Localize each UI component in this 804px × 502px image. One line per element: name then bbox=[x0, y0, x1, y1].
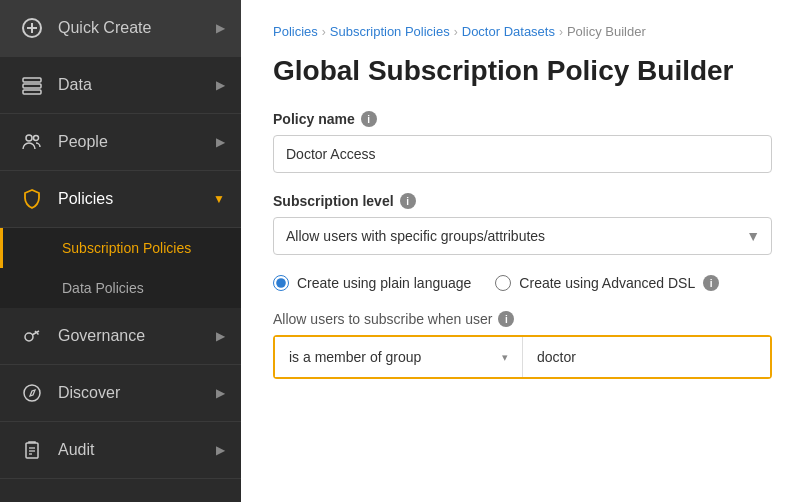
condition-type-arrow-icon: ▾ bbox=[502, 351, 508, 364]
condition-value-input[interactable] bbox=[523, 337, 770, 377]
breadcrumb-subscription-policies[interactable]: Subscription Policies bbox=[330, 24, 450, 39]
condition-label-text: Allow users to subscribe when user bbox=[273, 311, 492, 327]
page-title: Global Subscription Policy Builder bbox=[273, 55, 772, 87]
main-content: Policies › Subscription Policies › Docto… bbox=[241, 0, 804, 502]
breadcrumb-sep-2: › bbox=[454, 25, 458, 39]
breadcrumb-sep-1: › bbox=[322, 25, 326, 39]
breadcrumb-policy-builder: Policy Builder bbox=[567, 24, 646, 39]
advanced-dsl-info-icon[interactable]: i bbox=[703, 275, 719, 291]
sidebar-item-people[interactable]: People ▶ bbox=[0, 114, 241, 171]
chevron-right-icon: ▶ bbox=[216, 135, 225, 149]
chevron-right-icon: ▶ bbox=[216, 21, 225, 35]
people-icon bbox=[20, 130, 44, 154]
sidebar-item-label: Data bbox=[58, 76, 92, 94]
sidebar-item-label: Quick Create bbox=[58, 19, 151, 37]
policy-name-section: Policy name i bbox=[273, 111, 772, 173]
subscription-level-select-wrapper: Allow users with specific groups/attribu… bbox=[273, 217, 772, 255]
sidebar-item-data[interactable]: Data ▶ bbox=[0, 57, 241, 114]
svg-rect-5 bbox=[23, 90, 41, 94]
submenu-label: Data Policies bbox=[62, 280, 144, 296]
submenu-item-data-policies[interactable]: Data Policies bbox=[0, 268, 241, 308]
radio-plain-language-input[interactable] bbox=[273, 275, 289, 291]
subscription-level-section: Subscription level i Allow users with sp… bbox=[273, 193, 772, 255]
key-icon bbox=[20, 324, 44, 348]
sidebar-item-policies[interactable]: Policies ▼ bbox=[0, 171, 241, 228]
policies-submenu: Subscription Policies Data Policies bbox=[0, 228, 241, 308]
condition-type-label: is a member of group bbox=[289, 349, 421, 365]
submenu-item-subscription-policies[interactable]: Subscription Policies bbox=[0, 228, 241, 268]
sidebar: Quick Create ▶ Data ▶ People ▶ bbox=[0, 0, 241, 502]
sidebar-item-label: Audit bbox=[58, 441, 94, 459]
data-icon bbox=[20, 73, 44, 97]
svg-point-7 bbox=[34, 136, 39, 141]
chevron-right-icon: ▶ bbox=[216, 443, 225, 457]
compass-icon bbox=[20, 381, 44, 405]
radio-plain-language[interactable]: Create using plain language bbox=[273, 275, 471, 291]
radio-advanced-dsl[interactable]: Create using Advanced DSL i bbox=[495, 275, 719, 291]
svg-point-8 bbox=[25, 333, 33, 341]
sidebar-item-governance[interactable]: Governance ▶ bbox=[0, 308, 241, 365]
sidebar-item-discover[interactable]: Discover ▶ bbox=[0, 365, 241, 422]
policy-name-input[interactable] bbox=[273, 135, 772, 173]
svg-rect-3 bbox=[23, 78, 41, 82]
subscription-level-label: Subscription level i bbox=[273, 193, 772, 209]
sidebar-item-quick-create[interactable]: Quick Create ▶ bbox=[0, 0, 241, 57]
condition-builder-box: is a member of group ▾ bbox=[273, 335, 772, 379]
breadcrumb: Policies › Subscription Policies › Docto… bbox=[273, 24, 772, 39]
sidebar-item-label: Governance bbox=[58, 327, 145, 345]
creation-mode-radio-group: Create using plain language Create using… bbox=[273, 275, 772, 291]
condition-type-field[interactable]: is a member of group ▾ bbox=[275, 337, 523, 377]
breadcrumb-doctor-datasets[interactable]: Doctor Datasets bbox=[462, 24, 555, 39]
chevron-right-icon: ▶ bbox=[216, 329, 225, 343]
submenu-label: Subscription Policies bbox=[62, 240, 191, 256]
svg-rect-4 bbox=[23, 84, 41, 88]
svg-point-6 bbox=[26, 135, 32, 141]
policy-name-label: Policy name i bbox=[273, 111, 772, 127]
clipboard-icon bbox=[20, 438, 44, 462]
radio-advanced-dsl-input[interactable] bbox=[495, 275, 511, 291]
sidebar-item-audit[interactable]: Audit ▶ bbox=[0, 422, 241, 479]
breadcrumb-policies[interactable]: Policies bbox=[273, 24, 318, 39]
chevron-down-icon: ▼ bbox=[213, 192, 225, 206]
radio-plain-language-label: Create using plain language bbox=[297, 275, 471, 291]
breadcrumb-sep-3: › bbox=[559, 25, 563, 39]
subscription-level-select[interactable]: Allow users with specific groups/attribu… bbox=[273, 217, 772, 255]
chevron-right-icon: ▶ bbox=[216, 78, 225, 92]
shield-icon bbox=[20, 187, 44, 211]
svg-point-9 bbox=[24, 385, 40, 401]
sidebar-item-label: Policies bbox=[58, 190, 113, 208]
policy-name-info-icon[interactable]: i bbox=[361, 111, 377, 127]
chevron-right-icon: ▶ bbox=[216, 386, 225, 400]
sidebar-item-label: People bbox=[58, 133, 108, 151]
plus-circle-icon bbox=[20, 16, 44, 40]
subscription-level-info-icon[interactable]: i bbox=[400, 193, 416, 209]
radio-advanced-dsl-label: Create using Advanced DSL bbox=[519, 275, 695, 291]
sidebar-item-label: Discover bbox=[58, 384, 120, 402]
condition-info-icon[interactable]: i bbox=[498, 311, 514, 327]
condition-label-row: Allow users to subscribe when user i bbox=[273, 311, 772, 327]
